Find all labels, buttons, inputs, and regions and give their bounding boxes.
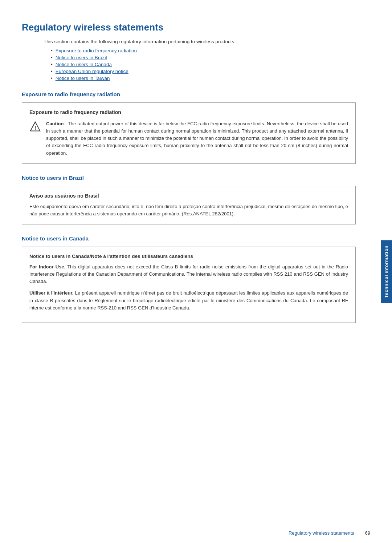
- caution-icon: !: [29, 121, 41, 133]
- footer-link: Regulatory wireless statements: [289, 530, 354, 536]
- caution-text: Caution The radiated output power of thi…: [46, 120, 348, 157]
- brazil-box-title: Aviso aos usuários no Brasil: [29, 193, 348, 199]
- exposure-box-title: Exposure to radio frequency radiation: [29, 109, 348, 115]
- footer-page-number: 69: [365, 530, 370, 536]
- canada-heading: Notice to users in Canada: [22, 235, 356, 242]
- toc-link-exposure[interactable]: Exposure to radio frequency radiation: [56, 48, 137, 53]
- toc-link-taiwan[interactable]: Notice to users in Taiwan: [56, 76, 110, 81]
- canada-para1-bold: For Indoor Use.: [29, 264, 65, 270]
- toc-item-taiwan[interactable]: Notice to users in Taiwan: [51, 76, 356, 81]
- canada-para2: Utiliser à l'intérieur. Le présent appar…: [29, 289, 348, 311]
- brazil-heading: Notice to users in Brazil: [22, 175, 356, 181]
- caution-label: Caution: [46, 121, 64, 126]
- intro-text: This section contains the following regu…: [44, 39, 356, 44]
- canada-para2-rest: Le présent appareil numérique n'émet pas…: [29, 290, 348, 310]
- brazil-box: Aviso aos usuários no Brasil Este equipa…: [22, 186, 356, 224]
- toc-item-exposure[interactable]: Exposure to radio frequency radiation: [51, 48, 356, 53]
- caution-body: The radiated output power of this device…: [46, 121, 348, 156]
- toc-link-brazil[interactable]: Notice to users in Brazil: [56, 55, 107, 60]
- svg-text:!: !: [34, 125, 36, 131]
- toc-item-eu[interactable]: European Union regulatory notice: [51, 69, 356, 74]
- page-title: Regulatory wireless statements: [22, 22, 356, 33]
- toc-item-brazil[interactable]: Notice to users in Brazil: [51, 55, 356, 60]
- footer: Regulatory wireless statements 69: [22, 530, 370, 536]
- exposure-heading: Exposure to radio frequency radiation: [22, 91, 356, 97]
- caution-block: ! Caution The radiated output power of t…: [29, 120, 348, 157]
- canada-box: Notice to users in Canada/Note à l'atten…: [22, 247, 356, 323]
- canada-para1-rest: This digital apparatus does not exceed t…: [29, 264, 348, 284]
- toc-item-canada[interactable]: Notice to users in Canada: [51, 62, 356, 67]
- canada-box-title: Notice to users in Canada/Note à l'atten…: [29, 254, 348, 259]
- exposure-box: Exposure to radio frequency radiation ! …: [22, 102, 356, 164]
- canada-para2-bold: Utiliser à l'intérieur.: [29, 290, 73, 296]
- side-tab: Technical information: [381, 240, 392, 303]
- brazil-text: Este equipamento opera em caráter secund…: [29, 203, 348, 218]
- canada-para1: For Indoor Use. This digital apparatus d…: [29, 263, 348, 285]
- toc-link-eu[interactable]: European Union regulatory notice: [56, 69, 128, 74]
- toc-link-canada[interactable]: Notice to users in Canada: [56, 62, 112, 67]
- toc-list: Exposure to radio frequency radiation No…: [51, 48, 356, 81]
